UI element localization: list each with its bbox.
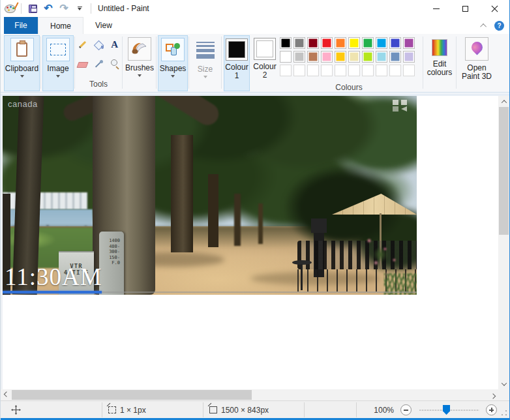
chevron-down-icon — [138, 74, 142, 77]
minimize-button[interactable] — [421, 0, 451, 17]
horizontal-scroll-thumb[interactable] — [12, 390, 252, 400]
tab-file[interactable]: File — [4, 17, 38, 34]
fullscreen-grid-icon — [393, 100, 407, 113]
tab-view[interactable]: View — [83, 17, 124, 34]
palette-swatch[interactable] — [293, 37, 305, 49]
redo-button[interactable]: ↷ — [58, 3, 70, 14]
palette-swatch[interactable] — [321, 51, 333, 63]
maximize-button[interactable] — [451, 0, 480, 17]
colour2-button[interactable]: Colour2 — [251, 35, 278, 91]
palette-swatch[interactable] — [335, 37, 346, 49]
timestamp-overlay: 11:30AM — [5, 263, 102, 291]
palette-swatch-empty[interactable] — [362, 65, 374, 76]
edit-colours-button[interactable]: Editcolours — [425, 35, 455, 91]
pencil-tool-icon[interactable] — [77, 39, 87, 50]
edit-colours-label: Edit — [433, 59, 447, 68]
color-picker-tool-icon[interactable] — [93, 59, 104, 69]
palette-swatch[interactable] — [307, 51, 319, 63]
zoom-out-button[interactable] — [400, 404, 412, 415]
vertical-scrollbar[interactable] — [498, 96, 509, 389]
image-button[interactable]: Image — [42, 35, 74, 91]
zoom-slider[interactable] — [419, 404, 479, 415]
palette-swatch[interactable] — [321, 37, 333, 49]
palette-swatch[interactable] — [389, 51, 401, 63]
palette-swatch[interactable] — [280, 51, 292, 63]
palette-swatch[interactable] — [348, 37, 360, 49]
open-paint3d-button[interactable]: OpenPaint 3D — [458, 35, 495, 91]
colour2-swatch — [256, 40, 273, 57]
horizontal-scrollbar[interactable] — [1, 389, 498, 400]
help-icon[interactable]: ? — [494, 21, 504, 31]
selection-size-value: 1 × 1px — [120, 406, 146, 415]
palette-swatch[interactable] — [293, 51, 305, 63]
palette-swatch-empty[interactable] — [293, 65, 305, 76]
brush-icon — [128, 37, 151, 61]
size-label: Size — [198, 65, 213, 74]
colours-group-label: Colours — [280, 83, 418, 92]
palette-swatch-empty[interactable] — [348, 65, 360, 76]
paint-window: ↶ ↷ Untitled - Paint File Home View ? Cl… — [0, 0, 510, 420]
customize-qat-button[interactable] — [74, 3, 85, 14]
palette-swatch-empty[interactable] — [403, 65, 415, 76]
zoom-in-button[interactable] — [486, 404, 497, 415]
chevron-down-icon — [56, 75, 60, 78]
palette-swatch-empty[interactable] — [307, 65, 319, 76]
close-button[interactable] — [480, 0, 509, 17]
palette-swatch[interactable] — [376, 51, 387, 63]
shapes-button[interactable]: Shapes — [158, 35, 188, 91]
text-tool-icon[interactable]: A — [110, 39, 120, 50]
clipboard-button[interactable]: Clipboard — [4, 35, 40, 91]
palette-swatch[interactable] — [348, 51, 360, 63]
undo-button[interactable]: ↶ — [42, 3, 54, 14]
tab-home[interactable]: Home — [38, 17, 83, 34]
palette-swatch-empty[interactable] — [280, 65, 292, 76]
paint-logo-icon[interactable] — [4, 3, 16, 14]
resize-grip[interactable] — [501, 410, 507, 416]
palette-swatch[interactable] — [362, 51, 374, 63]
zoom-slider-thumb[interactable] — [443, 405, 450, 415]
size-button[interactable]: Size — [190, 35, 220, 91]
scroll-up-arrow[interactable] — [498, 96, 509, 107]
selection-icon — [46, 38, 70, 61]
palette-swatch-empty[interactable] — [335, 65, 346, 76]
status-bar: 1 × 1px 1500 × 843px 100% — [1, 400, 509, 418]
colour1-button[interactable]: Colour1 — [224, 35, 250, 91]
palette-swatch[interactable] — [280, 37, 292, 49]
palette-swatch-empty[interactable] — [376, 65, 387, 76]
ribbon-tabs: File Home View ? — [1, 17, 509, 34]
palette-swatch[interactable] — [335, 51, 346, 63]
palette-swatch[interactable] — [403, 37, 415, 49]
image-label: Image — [47, 65, 68, 73]
ribbon: Clipboard Image A Tools — [1, 34, 509, 93]
fill-tool-icon[interactable] — [93, 39, 104, 50]
palette-swatch[interactable] — [362, 37, 374, 49]
clipboard-icon — [10, 38, 34, 61]
canvas-viewport[interactable]: 1400480-300-150-F.0 VTR 4 TI G canada 11… — [1, 96, 498, 389]
clipboard-label: Clipboard — [5, 65, 38, 73]
palette-swatch-empty[interactable] — [389, 65, 401, 76]
paint3d-icon — [465, 37, 488, 61]
close-icon — [491, 5, 498, 12]
canvas-image[interactable]: 1400480-300-150-F.0 VTR 4 TI G canada 11… — [3, 96, 417, 295]
save-icon — [29, 5, 37, 13]
palette-swatch[interactable] — [307, 37, 319, 49]
palette-swatch[interactable] — [403, 51, 415, 63]
undo-icon: ↶ — [44, 4, 52, 13]
magnifier-tool-icon[interactable] — [110, 59, 120, 69]
cursor-position-icon — [11, 405, 21, 415]
palette-swatch[interactable] — [389, 37, 401, 49]
scroll-left-arrow[interactable] — [1, 389, 12, 400]
selection-size-icon — [108, 406, 116, 413]
vertical-scroll-thumb[interactable] — [499, 107, 509, 235]
brushes-label: Brushes — [125, 64, 154, 72]
save-button[interactable] — [27, 3, 38, 14]
palette-swatch-empty[interactable] — [321, 65, 333, 76]
collapse-ribbon-icon[interactable] — [480, 23, 487, 29]
eraser-tool-icon[interactable] — [77, 59, 87, 69]
palette-swatch[interactable] — [376, 37, 387, 49]
chevron-down-icon — [171, 75, 175, 78]
brushes-button[interactable]: Brushes — [124, 35, 155, 91]
titlebar: ↶ ↷ Untitled - Paint — [1, 0, 509, 17]
scroll-down-arrow[interactable] — [498, 378, 509, 389]
watermark-text: canada — [8, 99, 38, 109]
